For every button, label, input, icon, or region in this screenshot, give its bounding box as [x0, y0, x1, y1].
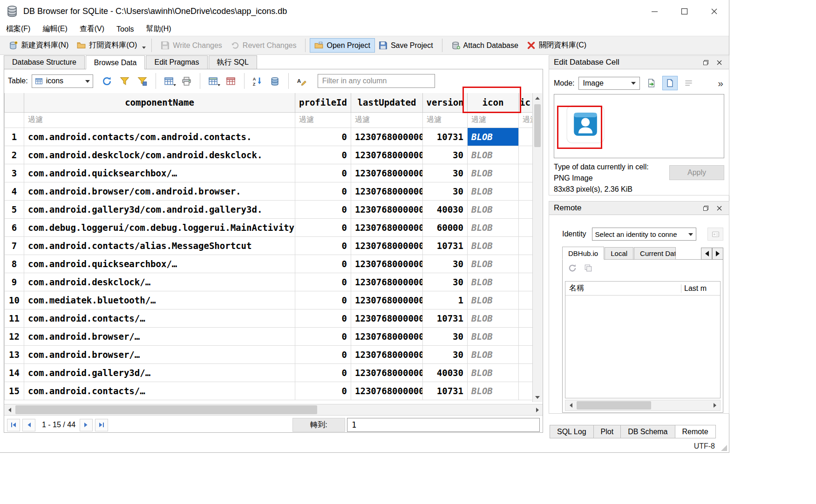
close-panel-button[interactable]: [714, 203, 724, 213]
close-panel-button[interactable]: [714, 57, 724, 67]
text-view-toggle[interactable]: [663, 76, 677, 90]
cell-componentName[interactable]: com.android.quicksearchbox/…: [24, 164, 295, 182]
row-number[interactable]: 3: [5, 164, 24, 182]
cell-lastUpdated[interactable]: 1230768000000: [351, 164, 423, 182]
tab-execute-sql[interactable]: 執行 SQL: [209, 55, 257, 69]
row-number[interactable]: 2: [5, 146, 24, 164]
save-project-button[interactable]: Save Project: [374, 39, 437, 52]
database-index-button[interactable]: [267, 74, 284, 89]
identity-select[interactable]: Select an identity to conne: [592, 228, 696, 241]
cell-version[interactable]: 10731: [423, 236, 468, 255]
cell-profileId[interactable]: 0: [295, 146, 351, 164]
table-row[interactable]: 3 com.android.quicksearchbox/… 0 1230768…: [5, 164, 534, 182]
filter-input[interactable]: [318, 74, 435, 88]
cell-lastUpdated[interactable]: 1230768000000: [351, 218, 423, 236]
cell-lastUpdated[interactable]: 1230768000000: [351, 327, 423, 345]
close-database-button[interactable]: 關閉資料庫(C): [523, 38, 591, 53]
vertical-scrollbar[interactable]: [532, 93, 542, 402]
cell-icon[interactable]: BLOB: [468, 327, 519, 345]
tab-db-schema[interactable]: DB Schema: [621, 425, 675, 438]
minimize-button[interactable]: [639, 0, 669, 22]
cell-version[interactable]: 10731: [423, 309, 468, 327]
cell-partial[interactable]: [519, 363, 534, 382]
table-row[interactable]: 10 com.mediatek.bluetooth/… 0 1230768000…: [5, 291, 534, 309]
tab-scroll-left-button[interactable]: [701, 248, 712, 260]
cell-componentName[interactable]: com.android.contacts/com.android.contact…: [24, 128, 295, 146]
delete-record-button[interactable]: [223, 74, 239, 89]
header-version[interactable]: version: [423, 93, 468, 112]
cell-version[interactable]: 1: [423, 291, 468, 309]
row-number[interactable]: 14: [5, 363, 24, 382]
apply-button[interactable]: Apply: [669, 165, 724, 180]
tab-sql-log[interactable]: SQL Log: [550, 425, 594, 438]
cell-partial[interactable]: [519, 164, 534, 182]
cell-profileId[interactable]: 0: [295, 218, 351, 236]
cell-partial[interactable]: [519, 309, 534, 327]
cell-lastUpdated[interactable]: 1230768000000: [351, 382, 423, 400]
cell-partial[interactable]: [519, 255, 534, 273]
tab-edit-pragmas[interactable]: Edit Pragmas: [146, 55, 207, 69]
cell-icon[interactable]: BLOB: [468, 218, 519, 236]
scroll-right-icon[interactable]: [532, 404, 543, 415]
last-page-button[interactable]: [95, 419, 108, 431]
cell-lastUpdated[interactable]: 1230768000000: [351, 146, 423, 164]
cell-componentName[interactable]: com.android.browser/com.android.browser.: [24, 182, 295, 200]
cell-icon[interactable]: BLOB: [468, 182, 519, 200]
cell-icon[interactable]: BLOB: [468, 273, 519, 291]
close-button[interactable]: [699, 0, 729, 22]
filter-profileId[interactable]: 過濾: [295, 112, 351, 128]
vertical-scroll-thumb[interactable]: [534, 104, 541, 147]
cell-icon[interactable]: BLOB: [468, 345, 519, 363]
tab-local[interactable]: Local: [605, 247, 633, 260]
cell-version[interactable]: 30: [423, 164, 468, 182]
cell-lastUpdated[interactable]: 1230768000000: [351, 345, 423, 363]
resize-grip[interactable]: [721, 445, 727, 451]
menu-tools[interactable]: Tools: [110, 22, 140, 36]
new-database-button[interactable]: 新建資料庫(N): [5, 38, 73, 53]
scroll-up-icon[interactable]: [533, 93, 542, 102]
tab-dbhub[interactable]: DBHub.io: [562, 247, 604, 260]
export-record-button[interactable]: [205, 74, 222, 89]
last-modified-column-header[interactable]: Last m: [681, 284, 720, 293]
remote-horizontal-scrollbar[interactable]: [565, 400, 721, 411]
table-row[interactable]: 9 com.android.deskclock/… 0 123076800000…: [5, 273, 534, 291]
cell-partial[interactable]: [519, 200, 534, 218]
row-number[interactable]: 8: [5, 255, 24, 273]
cell-profileId[interactable]: 0: [295, 291, 351, 309]
cell-version[interactable]: 30: [423, 273, 468, 291]
table-row[interactable]: 14 com.android.gallery3d/… 0 12307680000…: [5, 363, 534, 382]
write-changes-button[interactable]: Write Changes: [156, 39, 226, 52]
cell-lastUpdated[interactable]: 1230768000000: [351, 363, 423, 382]
cell-partial[interactable]: [519, 345, 534, 363]
cell-lastUpdated[interactable]: 1230768000000: [351, 291, 423, 309]
cell-componentName[interactable]: com.android.contacts/…: [24, 309, 295, 327]
cell-icon[interactable]: BLOB: [468, 164, 519, 182]
table-row[interactable]: 5 com.android.gallery3d/com.android.gall…: [5, 200, 534, 218]
cell-lastUpdated[interactable]: 1230768000000: [351, 309, 423, 327]
menu-edit[interactable]: 編輯(E): [36, 22, 73, 36]
row-number[interactable]: 4: [5, 182, 24, 200]
row-number[interactable]: 7: [5, 236, 24, 255]
horizontal-scroll-thumb[interactable]: [15, 405, 317, 414]
row-number[interactable]: 15: [5, 382, 24, 400]
cell-profileId[interactable]: 0: [295, 128, 351, 146]
cell-componentName[interactable]: com.android.deskclock/com.android.deskcl…: [24, 146, 295, 164]
clone-database-icon[interactable]: [584, 264, 592, 272]
maximize-button[interactable]: [669, 0, 699, 22]
filter-partial[interactable]: 過濾: [519, 112, 534, 128]
clear-filters-button[interactable]: [116, 74, 133, 89]
tab-database-structure[interactable]: Database Structure: [4, 55, 85, 69]
word-wrap-toggle[interactable]: [681, 76, 696, 90]
cell-version[interactable]: 30: [423, 255, 468, 273]
cell-partial[interactable]: [519, 146, 534, 164]
cell-icon[interactable]: BLOB: [468, 363, 519, 382]
row-number[interactable]: 10: [5, 291, 24, 309]
filter-icon[interactable]: 過濾: [468, 112, 519, 128]
refresh-icon[interactable]: [568, 264, 577, 272]
undock-button[interactable]: [700, 203, 711, 213]
cell-icon[interactable]: BLOB: [468, 146, 519, 164]
cell-componentName[interactable]: com.android.deskclock/…: [24, 273, 295, 291]
save-filter-button[interactable]: [134, 74, 151, 89]
cell-componentName[interactable]: com.android.browser/…: [24, 345, 295, 363]
cell-partial[interactable]: [519, 128, 534, 146]
